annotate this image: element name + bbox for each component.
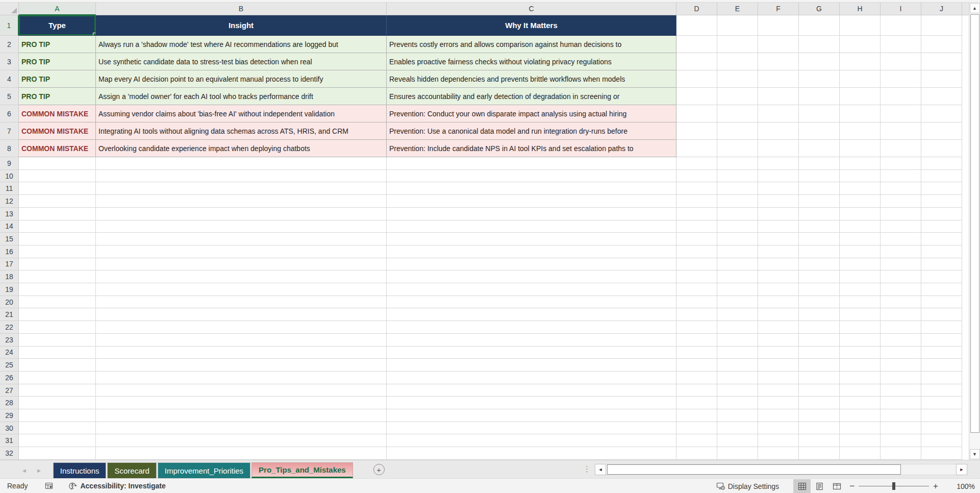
cell-I24[interactable] bbox=[881, 347, 921, 359]
cell-I14[interactable] bbox=[881, 220, 921, 233]
cell-A21[interactable] bbox=[19, 308, 96, 321]
cell-I9[interactable] bbox=[881, 157, 921, 170]
cell-C12[interactable] bbox=[387, 195, 676, 208]
cell-C11[interactable] bbox=[387, 182, 676, 195]
cell-B10[interactable] bbox=[96, 170, 387, 183]
row-header-22[interactable]: 22 bbox=[0, 321, 19, 334]
cell-B2[interactable]: Always run a 'shadow mode' test where AI… bbox=[96, 36, 387, 53]
cell-D8[interactable] bbox=[676, 140, 717, 157]
cell-E25[interactable] bbox=[717, 359, 758, 372]
cell-D12[interactable] bbox=[676, 195, 717, 208]
cell-D19[interactable] bbox=[676, 283, 717, 296]
cell-E3[interactable] bbox=[717, 53, 758, 70]
row-header-27[interactable]: 27 bbox=[0, 384, 19, 397]
row-header-29[interactable]: 29 bbox=[0, 409, 19, 422]
cell-B22[interactable] bbox=[96, 321, 387, 334]
column-header-H[interactable]: H bbox=[840, 3, 881, 15]
cell-J22[interactable] bbox=[921, 321, 962, 334]
cell-J5[interactable] bbox=[921, 88, 962, 105]
cell-A1[interactable]: Type bbox=[19, 15, 96, 36]
row-header-13[interactable]: 13 bbox=[0, 208, 19, 220]
cell-B27[interactable] bbox=[96, 384, 387, 397]
cell-A30[interactable] bbox=[19, 422, 96, 435]
cell-I22[interactable] bbox=[881, 321, 921, 334]
cell-B21[interactable] bbox=[96, 308, 387, 321]
cell-J20[interactable] bbox=[921, 296, 962, 309]
row-header-19[interactable]: 19 bbox=[0, 283, 19, 296]
cell-C26[interactable] bbox=[387, 372, 676, 384]
cell-A14[interactable] bbox=[19, 220, 96, 233]
cell-D27[interactable] bbox=[676, 384, 717, 397]
cell-C23[interactable] bbox=[387, 334, 676, 347]
cell-I23[interactable] bbox=[881, 334, 921, 347]
cell-D11[interactable] bbox=[676, 182, 717, 195]
cell-E1[interactable] bbox=[717, 15, 758, 36]
cell-F7[interactable] bbox=[758, 122, 799, 140]
cell-B28[interactable] bbox=[96, 397, 387, 409]
column-header-C[interactable]: C bbox=[387, 3, 676, 15]
cell-C3[interactable]: Enables proactive fairness checks withou… bbox=[387, 53, 676, 70]
cell-F27[interactable] bbox=[758, 384, 799, 397]
row-header-11[interactable]: 11 bbox=[0, 182, 19, 195]
row-header-16[interactable]: 16 bbox=[0, 245, 19, 258]
cell-F30[interactable] bbox=[758, 422, 799, 435]
cell-F5[interactable] bbox=[758, 88, 799, 105]
cell-E15[interactable] bbox=[717, 233, 758, 245]
cell-G15[interactable] bbox=[799, 233, 840, 245]
cell-E16[interactable] bbox=[717, 245, 758, 258]
cell-G11[interactable] bbox=[799, 182, 840, 195]
cell-E5[interactable] bbox=[717, 88, 758, 105]
page-break-preview-button[interactable] bbox=[828, 479, 845, 493]
cell-J15[interactable] bbox=[921, 233, 962, 245]
cell-B3[interactable]: Use synthetic candidate data to stress-t… bbox=[96, 53, 387, 70]
cell-J11[interactable] bbox=[921, 182, 962, 195]
cell-F18[interactable] bbox=[758, 270, 799, 283]
cell-D31[interactable] bbox=[676, 434, 717, 447]
cell-B25[interactable] bbox=[96, 359, 387, 372]
cell-E7[interactable] bbox=[717, 122, 758, 140]
row-header-24[interactable]: 24 bbox=[0, 347, 19, 359]
cell-J21[interactable] bbox=[921, 308, 962, 321]
column-header-B[interactable]: B bbox=[96, 3, 387, 15]
cell-C13[interactable] bbox=[387, 208, 676, 220]
cell-E26[interactable] bbox=[717, 372, 758, 384]
column-header-J[interactable]: J bbox=[921, 3, 962, 15]
cell-A23[interactable] bbox=[19, 334, 96, 347]
cell-D21[interactable] bbox=[676, 308, 717, 321]
scroll-left-button[interactable]: ◄ bbox=[595, 464, 606, 475]
vertical-scrollbar[interactable]: ▲ ▼ bbox=[969, 3, 980, 460]
cell-I7[interactable] bbox=[881, 122, 921, 140]
cell-G30[interactable] bbox=[799, 422, 840, 435]
cell-D14[interactable] bbox=[676, 220, 717, 233]
cell-B5[interactable]: Assign a 'model owner' for each AI tool … bbox=[96, 88, 387, 105]
cell-G31[interactable] bbox=[799, 434, 840, 447]
row-header-21[interactable]: 21 bbox=[0, 308, 19, 321]
cell-H8[interactable] bbox=[840, 140, 881, 157]
macro-record-icon[interactable] bbox=[45, 482, 54, 490]
cell-H23[interactable] bbox=[840, 334, 881, 347]
cell-E28[interactable] bbox=[717, 397, 758, 409]
cell-A9[interactable] bbox=[19, 157, 96, 170]
cell-G23[interactable] bbox=[799, 334, 840, 347]
cell-G5[interactable] bbox=[799, 88, 840, 105]
cell-G18[interactable] bbox=[799, 270, 840, 283]
cell-H20[interactable] bbox=[840, 296, 881, 309]
cell-I16[interactable] bbox=[881, 245, 921, 258]
cell-E19[interactable] bbox=[717, 283, 758, 296]
cell-J32[interactable] bbox=[921, 447, 962, 460]
cell-G29[interactable] bbox=[799, 409, 840, 422]
cell-I3[interactable] bbox=[881, 53, 921, 70]
cell-C8[interactable]: Prevention: Include candidate NPS in AI … bbox=[387, 140, 676, 157]
column-header-G[interactable]: G bbox=[799, 3, 840, 15]
tab-nav-left-icon[interactable]: ◄ bbox=[21, 467, 27, 474]
cell-F14[interactable] bbox=[758, 220, 799, 233]
cell-G6[interactable] bbox=[799, 105, 840, 122]
cell-C5[interactable]: Ensures accountability and early detecti… bbox=[387, 88, 676, 105]
cell-D28[interactable] bbox=[676, 397, 717, 409]
cell-F28[interactable] bbox=[758, 397, 799, 409]
row-header-4[interactable]: 4 bbox=[0, 70, 19, 88]
cell-I19[interactable] bbox=[881, 283, 921, 296]
cell-H30[interactable] bbox=[840, 422, 881, 435]
cell-J17[interactable] bbox=[921, 258, 962, 271]
cell-I32[interactable] bbox=[881, 447, 921, 460]
